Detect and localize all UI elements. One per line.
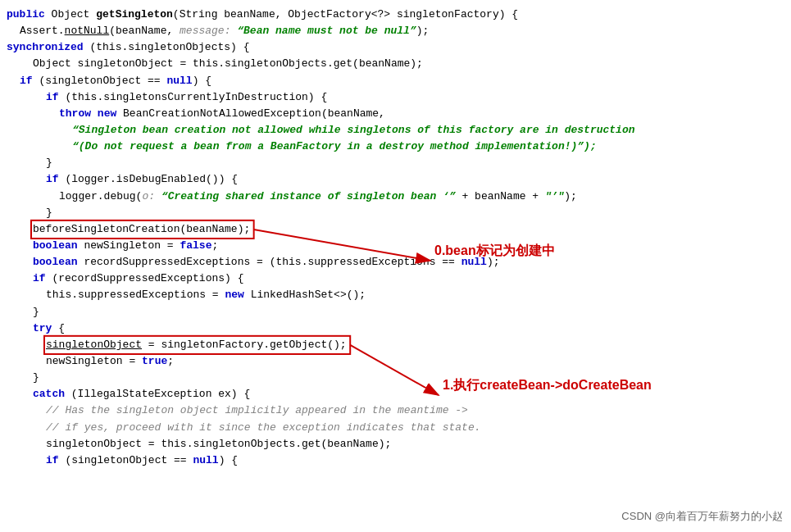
code-line-25: // Has the singleton object implicitly a…: [0, 402, 791, 419]
code-line-4: Object singletonObject = this.singletonO…: [0, 56, 791, 72]
code-line-27: singletonObject = this.singletonObjects.…: [0, 436, 791, 452]
code-lines: public Object getSingleton(String beanNa…: [0, 7, 791, 469]
annotation-1: 0.bean标记为创建中: [434, 243, 555, 260]
code-line-10: }: [0, 155, 791, 171]
code-line-18: this.suppressedExceptions = new LinkedHa…: [0, 287, 791, 303]
code-line-21: singletonObject = singletonFactory.getOb…: [0, 337, 791, 353]
code-line-12: logger.debug(o: “Creating shared instanc…: [0, 189, 791, 205]
code-line-19: }: [0, 304, 791, 321]
code-line-17: if (recordSuppressedExceptions) {: [0, 271, 791, 287]
code-line-9: “(Do not request a bean from a BeanFacto…: [0, 139, 791, 155]
watermark: CSDN @向着百万年薪努力的小赵: [621, 509, 783, 524]
code-line-23: }: [0, 370, 791, 386]
code-line-14: beforeSingletonCreation(beanName);: [0, 221, 791, 238]
code-line-5: if (singletonObject == null) {: [0, 73, 791, 89]
code-line-28: if (singletonObject == null) {: [0, 452, 791, 469]
code-line-24: catch (IllegalStateException ex) {: [0, 386, 791, 402]
code-line-15: boolean newSingleton = false;: [0, 238, 791, 254]
code-line-2: Assert.notNull(beanName, message: “Bean …: [0, 23, 791, 39]
code-line-8: “Singleton bean creation not allowed whi…: [0, 122, 791, 139]
code-viewer: public Object getSingleton(String beanNa…: [0, 0, 791, 532]
code-line-6: if (this.singletonsCurrentlyInDestructio…: [0, 89, 791, 106]
code-line-7: throw new BeanCreationNotAllowedExceptio…: [0, 106, 791, 122]
code-line-3: synchronized (this.singletonObjects) {: [0, 39, 791, 56]
code-line-26: // if yes, proceed with it since the exc…: [0, 420, 791, 436]
code-line-22: newSingleton = true;: [0, 353, 791, 370]
annotation-2: 1.执行createBean->doCreateBean: [443, 377, 652, 394]
code-line-20: try {: [0, 321, 791, 337]
code-line-11: if (logger.isDebugEnabled()) {: [0, 171, 791, 188]
code-line-13: }: [0, 205, 791, 221]
code-line-16: boolean recordSuppressedExceptions = (th…: [0, 254, 791, 271]
code-line-1: public Object getSingleton(String beanNa…: [0, 7, 791, 23]
